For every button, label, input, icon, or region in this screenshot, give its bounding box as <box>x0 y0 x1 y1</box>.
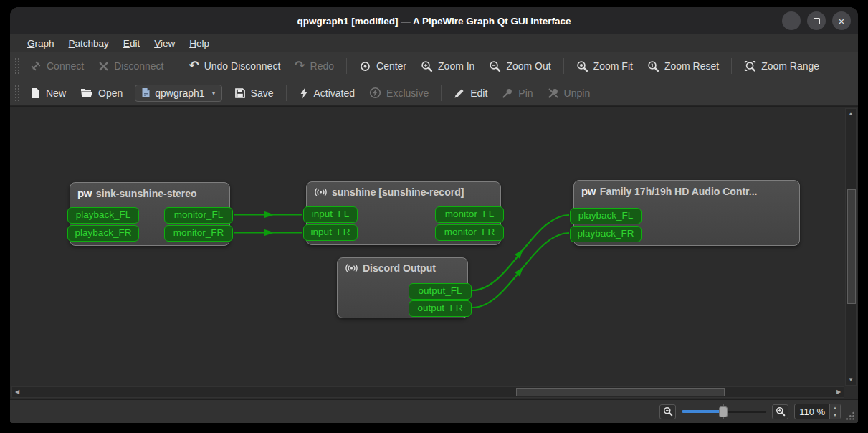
center-button[interactable]: Center <box>353 57 413 76</box>
bolt-icon <box>299 87 309 99</box>
zoom-slider-handle[interactable] <box>719 406 728 417</box>
save-icon <box>234 87 246 99</box>
zoom-slider-fill <box>682 410 723 413</box>
menu-graph[interactable]: Graph <box>20 36 62 51</box>
zoom-fit-button[interactable]: Zoom Fit <box>570 57 639 76</box>
port-playback-fr[interactable]: playback_FR <box>67 225 139 242</box>
stream-icon <box>345 262 358 274</box>
menu-bar: Graph Patchbay Edit View Help <box>10 34 858 52</box>
scroll-up-icon[interactable]: ▲ <box>846 109 856 119</box>
menu-edit[interactable]: Edit <box>116 36 147 51</box>
new-button[interactable]: New <box>24 84 72 103</box>
node-sink-sunshine-stereo[interactable]: pw sink-sunshine-stereo playback_FL play… <box>70 182 230 246</box>
new-file-icon <box>30 87 41 99</box>
open-folder-icon <box>80 87 93 98</box>
node-header: pw Family 17h/19h HD Audio Contr... <box>574 181 799 200</box>
scroll-down-icon[interactable]: ▼ <box>846 375 856 385</box>
zoom-range-icon <box>744 60 756 72</box>
connect-button[interactable]: Connect <box>24 57 90 75</box>
menu-view[interactable]: View <box>147 36 182 51</box>
stream-icon <box>314 186 328 198</box>
port-playback-fr[interactable]: playback_FR <box>570 226 642 242</box>
toolbar-main: Connect Disconnect ↶ Undo Disconnect ↷ R… <box>10 52 858 80</box>
toolbar-separator <box>286 85 287 101</box>
port-playback-fl[interactable]: playback_FL <box>570 208 642 224</box>
zoom-range-button[interactable]: Zoom Range <box>738 57 826 76</box>
chevron-down-icon: ▾ <box>212 89 216 97</box>
exclusive-button[interactable]: Exclusive <box>363 83 435 103</box>
scroll-right-icon[interactable]: ▶ <box>834 387 844 397</box>
spin-up-icon[interactable]: ▲ <box>830 404 840 411</box>
node-header: sunshine [sunshine-record] <box>307 182 500 201</box>
patchbay-file-icon <box>141 87 151 98</box>
zoom-fit-icon <box>576 60 588 72</box>
titlebar: qpwgraph1 [modified] — A PipeWire Graph … <box>10 7 858 34</box>
unpin-button[interactable]: Unpin <box>541 84 597 103</box>
spin-down-icon[interactable]: ▼ <box>830 411 840 419</box>
node-discord-output[interactable]: Discord Output output_FL output_FR <box>337 257 468 318</box>
port-input-fl[interactable]: input_FL <box>303 206 358 223</box>
zoom-in-icon <box>776 406 786 417</box>
toolbar-drag-handle[interactable] <box>14 85 19 102</box>
vertical-scrollbar-thumb[interactable] <box>847 189 856 304</box>
close-button[interactable]: × <box>832 11 851 30</box>
maximize-icon <box>814 18 820 24</box>
node-title: sunshine [sunshine-record] <box>332 186 464 198</box>
patchbay-file-combobox[interactable]: qpwgraph1 ▾ <box>135 85 221 102</box>
zoom-in-small-button[interactable] <box>772 404 788 419</box>
pin-icon <box>502 87 513 99</box>
zoom-percent-value: 110 % <box>795 406 829 417</box>
port-monitor-fr[interactable]: monitor_FR <box>164 225 233 242</box>
status-bar: 110 % ▲ ▼ <box>10 400 858 423</box>
zoom-out-button[interactable]: Zoom Out <box>482 57 557 76</box>
app-window: qpwgraph1 [modified] — A PipeWire Graph … <box>10 7 858 423</box>
port-output-fl[interactable]: output_FL <box>409 283 472 300</box>
undo-disconnect-button[interactable]: ↶ Undo Disconnect <box>182 57 287 75</box>
port-monitor-fl[interactable]: monitor_FL <box>435 206 504 223</box>
horizontal-scrollbar-thumb[interactable] <box>516 388 725 396</box>
zoom-reset-button[interactable]: Zoom Reset <box>641 57 725 76</box>
menu-help[interactable]: Help <box>182 36 216 51</box>
vertical-scrollbar[interactable]: ▲ ▼ <box>845 108 857 386</box>
toolbar-file: New Open qpwgraph1 ▾ Save Activated Excl… <box>10 80 858 106</box>
port-monitor-fr[interactable]: monitor_FR <box>435 224 504 241</box>
toolbar-separator <box>441 85 442 101</box>
resize-grip[interactable] <box>845 411 855 421</box>
open-button[interactable]: Open <box>74 84 129 103</box>
port-monitor-fl[interactable]: monitor_FL <box>164 207 233 224</box>
pencil-icon <box>454 87 465 99</box>
redo-button[interactable]: ↷ Redo <box>288 57 340 75</box>
port-output-fr[interactable]: output_FR <box>409 300 472 317</box>
zoom-reset-icon <box>647 60 659 72</box>
redo-icon: ↷ <box>295 61 305 71</box>
scroll-left-icon[interactable]: ◀ <box>12 387 22 397</box>
activated-button[interactable]: Activated <box>292 84 362 103</box>
horizontal-scrollbar[interactable]: ◀ ▶ <box>11 386 844 398</box>
edit-button[interactable]: Edit <box>447 84 494 103</box>
wire-arrowhead <box>515 247 526 259</box>
center-icon <box>359 60 371 72</box>
node-sunshine-record[interactable]: sunshine [sunshine-record] input_FL inpu… <box>306 181 501 245</box>
toolbar-separator <box>176 58 176 74</box>
minimize-button[interactable]: – <box>782 11 801 30</box>
node-family-hd-audio[interactable]: pw Family 17h/19h HD Audio Contr... play… <box>573 180 800 246</box>
node-title: Discord Output <box>363 262 436 274</box>
node-title: Family 17h/19h HD Audio Contr... <box>600 186 758 197</box>
graph-canvas[interactable]: pw sink-sunshine-stereo playback_FL play… <box>10 106 858 400</box>
port-playback-fl[interactable]: playback_FL <box>67 207 139 224</box>
toolbar-drag-handle[interactable] <box>14 57 19 75</box>
pin-button[interactable]: Pin <box>495 84 539 103</box>
zoom-slider[interactable] <box>682 405 766 418</box>
maximize-button[interactable] <box>807 11 826 30</box>
zoom-in-button[interactable]: Zoom In <box>414 57 481 76</box>
save-button[interactable]: Save <box>228 84 280 103</box>
zoom-out-small-button[interactable] <box>659 404 676 419</box>
close-icon: × <box>839 15 845 27</box>
disconnect-button[interactable]: Disconnect <box>92 57 170 75</box>
menu-patchbay[interactable]: Patchbay <box>62 36 116 51</box>
port-input-fr[interactable]: input_FR <box>303 224 358 241</box>
toolbar-separator <box>731 58 732 74</box>
zoom-out-icon <box>489 60 501 72</box>
zoom-percent-spinbox[interactable]: 110 % ▲ ▼ <box>794 404 841 419</box>
zoom-out-icon <box>663 406 673 417</box>
